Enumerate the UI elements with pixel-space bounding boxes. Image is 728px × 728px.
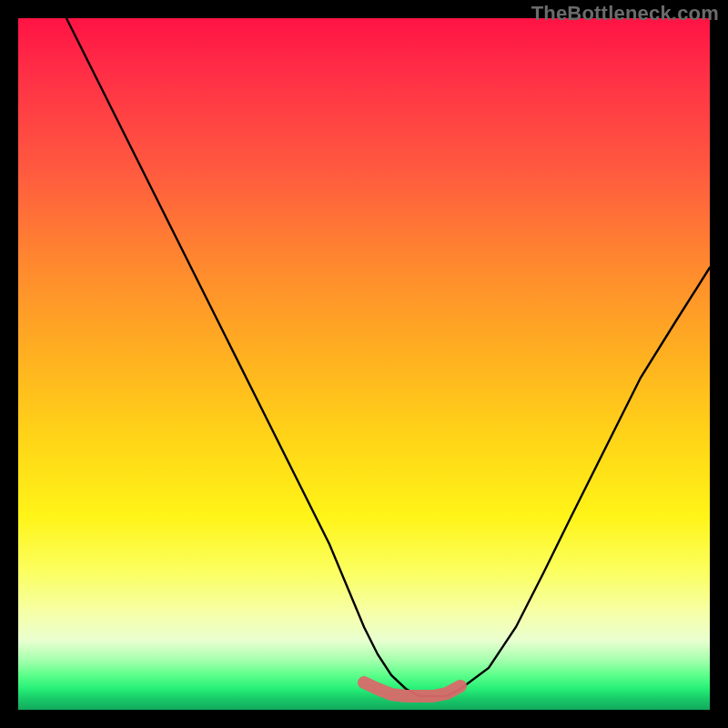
- chart-svg: [18, 18, 710, 710]
- bottom-highlight: [364, 682, 460, 696]
- watermark-text: TheBottleneck.com: [531, 2, 719, 25]
- plot-area: [18, 18, 710, 710]
- curve-line: [66, 18, 710, 696]
- chart-container: TheBottleneck.com: [0, 0, 728, 728]
